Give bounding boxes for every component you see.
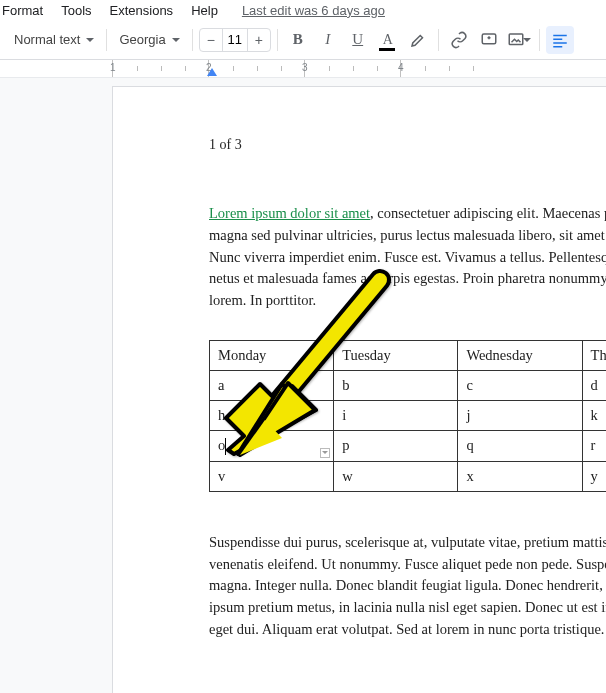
font-size-decrease-button[interactable]: − bbox=[200, 29, 222, 51]
cell-options-handle[interactable] bbox=[320, 448, 330, 458]
document-page[interactable]: 1 of 3 Lorem ipsum dolor sit amet, conse… bbox=[112, 86, 606, 693]
separator bbox=[438, 29, 439, 51]
weekday-table[interactable]: Monday Tuesday Wednesday Thursday Friday… bbox=[209, 340, 606, 492]
last-edit-link[interactable]: Last edit was 6 days ago bbox=[242, 3, 385, 18]
table-cell[interactable]: p bbox=[334, 430, 458, 461]
document-canvas: 1 of 3 Lorem ipsum dolor sit amet, conse… bbox=[0, 78, 606, 693]
table-cell[interactable]: i bbox=[334, 400, 458, 430]
align-left-button[interactable] bbox=[546, 26, 574, 54]
table-cell[interactable]: h bbox=[210, 400, 334, 430]
separator bbox=[277, 29, 278, 51]
paragraph-1[interactable]: Lorem ipsum dolor sit amet, consectetuer… bbox=[209, 203, 606, 312]
font-family-label: Georgia bbox=[119, 32, 165, 47]
italic-button[interactable]: I bbox=[314, 26, 342, 54]
font-size-control: − + bbox=[199, 28, 271, 52]
table-header-row: Monday Tuesday Wednesday Thursday Friday bbox=[210, 340, 607, 370]
separator bbox=[539, 29, 540, 51]
table-row: a b c d e bbox=[210, 370, 607, 400]
table-header[interactable]: Thursday bbox=[582, 340, 606, 370]
font-family-dropdown[interactable]: Georgia bbox=[113, 28, 185, 51]
table-cell[interactable]: v bbox=[210, 461, 334, 491]
table-cell[interactable]: r bbox=[582, 430, 606, 461]
chevron-down-icon bbox=[523, 38, 531, 42]
chevron-down-icon bbox=[172, 38, 180, 42]
paragraph-style-dropdown[interactable]: Normal text bbox=[8, 28, 100, 51]
ruler[interactable]: 1 2 3 4 bbox=[0, 60, 606, 78]
table-cell[interactable]: c bbox=[458, 370, 582, 400]
table-header[interactable]: Tuesday bbox=[334, 340, 458, 370]
font-size-input[interactable] bbox=[222, 29, 248, 51]
table-cell-active[interactable]: o bbox=[210, 430, 334, 461]
text-cursor-icon bbox=[225, 438, 226, 455]
indent-marker-icon[interactable] bbox=[207, 68, 217, 76]
font-size-increase-button[interactable]: + bbox=[248, 29, 270, 51]
table-cell[interactable]: q bbox=[458, 430, 582, 461]
menu-tools[interactable]: Tools bbox=[61, 3, 91, 18]
highlight-button[interactable] bbox=[404, 26, 432, 54]
table-header[interactable]: Wednesday bbox=[458, 340, 582, 370]
table-cell[interactable]: w bbox=[334, 461, 458, 491]
table-cell[interactable]: y bbox=[582, 461, 606, 491]
insert-comment-button[interactable] bbox=[475, 26, 503, 54]
menu-format[interactable]: Format bbox=[2, 3, 43, 18]
chevron-down-icon bbox=[86, 38, 94, 42]
underline-button[interactable]: U bbox=[344, 26, 372, 54]
text-color-button[interactable]: A bbox=[374, 26, 402, 54]
separator bbox=[192, 29, 193, 51]
table-cell[interactable]: k bbox=[582, 400, 606, 430]
insert-link-button[interactable] bbox=[445, 26, 473, 54]
paragraph-2[interactable]: Suspendisse dui purus, scelerisque at, v… bbox=[209, 532, 606, 641]
menu-extensions[interactable]: Extensions bbox=[110, 3, 174, 18]
table-cell[interactable]: a bbox=[210, 370, 334, 400]
table-row: v w x y z bbox=[210, 461, 607, 491]
table-header[interactable]: Monday bbox=[210, 340, 334, 370]
insert-image-button[interactable] bbox=[505, 26, 533, 54]
ruler-tick-1: 1 bbox=[110, 62, 116, 73]
table-cell[interactable]: j bbox=[458, 400, 582, 430]
table-cell[interactable]: b bbox=[334, 370, 458, 400]
table-row: h i j k l bbox=[210, 400, 607, 430]
table-row: o p q r s bbox=[210, 430, 607, 461]
paragraph-style-label: Normal text bbox=[14, 32, 80, 47]
table-cell[interactable]: x bbox=[458, 461, 582, 491]
ruler-tick-4: 4 bbox=[398, 62, 404, 73]
page-indicator: 1 of 3 bbox=[209, 137, 606, 153]
menu-help[interactable]: Help bbox=[191, 3, 218, 18]
table-cell[interactable]: d bbox=[582, 370, 606, 400]
toolbar: Normal text Georgia − + B I U A bbox=[0, 20, 606, 60]
separator bbox=[106, 29, 107, 51]
ruler-tick-3: 3 bbox=[302, 62, 308, 73]
bold-button[interactable]: B bbox=[284, 26, 312, 54]
svg-rect-1 bbox=[509, 34, 523, 45]
lorem-link[interactable]: Lorem ipsum dolor sit amet bbox=[209, 205, 370, 221]
menu-bar: Format Tools Extensions Help Last edit w… bbox=[0, 0, 606, 20]
